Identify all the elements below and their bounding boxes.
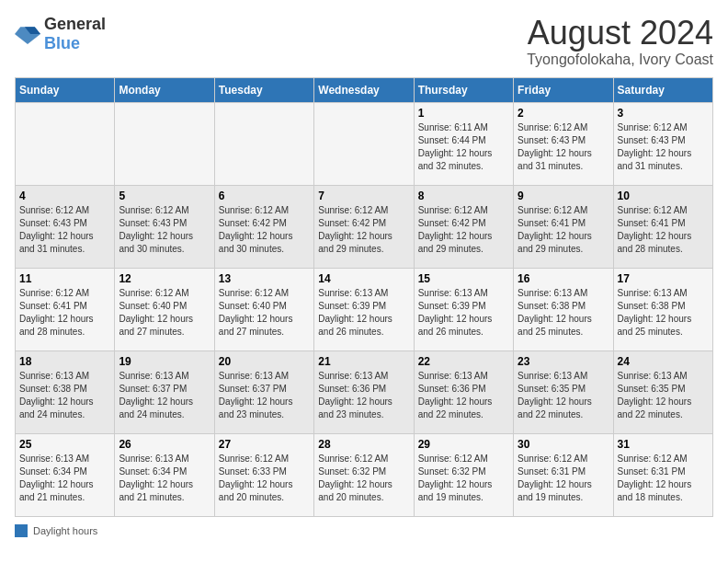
day-number: 12 xyxy=(119,272,210,285)
day-header-thursday: Thursday xyxy=(414,77,513,102)
calendar-cell: 11Sunrise: 6:12 AM Sunset: 6:41 PM Dayli… xyxy=(16,268,115,350)
calendar-cell: 22Sunrise: 6:13 AM Sunset: 6:36 PM Dayli… xyxy=(414,350,513,433)
day-number: 25 xyxy=(19,438,110,451)
day-header-saturday: Saturday xyxy=(613,77,712,102)
day-info: Sunrise: 6:13 AM Sunset: 6:34 PM Dayligh… xyxy=(19,453,110,504)
day-number: 20 xyxy=(219,355,310,368)
calendar-week-row: 1Sunrise: 6:11 AM Sunset: 6:44 PM Daylig… xyxy=(16,102,713,185)
calendar-cell: 25Sunrise: 6:13 AM Sunset: 6:34 PM Dayli… xyxy=(16,433,115,516)
calendar-cell: 13Sunrise: 6:12 AM Sunset: 6:40 PM Dayli… xyxy=(214,268,313,350)
day-number: 3 xyxy=(618,107,709,120)
day-info: Sunrise: 6:12 AM Sunset: 6:32 PM Dayligh… xyxy=(418,453,509,504)
day-number: 11 xyxy=(19,272,110,285)
day-info: Sunrise: 6:13 AM Sunset: 6:37 PM Dayligh… xyxy=(119,370,210,421)
day-number: 27 xyxy=(219,438,310,451)
calendar-cell: 5Sunrise: 6:12 AM Sunset: 6:43 PM Daylig… xyxy=(115,185,214,268)
day-info: Sunrise: 6:12 AM Sunset: 6:43 PM Dayligh… xyxy=(518,121,609,173)
logo-general: General xyxy=(44,15,106,33)
calendar-cell: 20Sunrise: 6:13 AM Sunset: 6:37 PM Dayli… xyxy=(214,350,313,433)
calendar-cell: 15Sunrise: 6:13 AM Sunset: 6:39 PM Dayli… xyxy=(414,268,513,350)
calendar-cell: 31Sunrise: 6:12 AM Sunset: 6:31 PM Dayli… xyxy=(613,433,712,516)
day-info: Sunrise: 6:13 AM Sunset: 6:39 PM Dayligh… xyxy=(318,287,409,339)
calendar-week-row: 11Sunrise: 6:12 AM Sunset: 6:41 PM Dayli… xyxy=(16,268,713,350)
calendar-week-row: 18Sunrise: 6:13 AM Sunset: 6:38 PM Dayli… xyxy=(16,350,713,433)
day-info: Sunrise: 6:13 AM Sunset: 6:39 PM Dayligh… xyxy=(418,287,509,339)
day-info: Sunrise: 6:13 AM Sunset: 6:36 PM Dayligh… xyxy=(418,370,509,421)
day-number: 22 xyxy=(418,355,509,368)
day-number: 18 xyxy=(19,355,110,368)
day-number: 29 xyxy=(418,438,509,451)
legend-text: Daylight hours xyxy=(33,525,97,536)
day-info: Sunrise: 6:12 AM Sunset: 6:41 PM Dayligh… xyxy=(618,204,709,256)
day-header-monday: Monday xyxy=(115,77,214,102)
day-header-friday: Friday xyxy=(514,77,613,102)
day-number: 9 xyxy=(518,190,609,202)
day-number: 2 xyxy=(518,107,609,120)
day-number: 24 xyxy=(618,355,709,368)
day-info: Sunrise: 6:12 AM Sunset: 6:40 PM Dayligh… xyxy=(119,287,210,339)
calendar-cell xyxy=(314,102,414,185)
day-number: 19 xyxy=(119,355,210,368)
day-number: 1 xyxy=(418,107,509,120)
day-info: Sunrise: 6:13 AM Sunset: 6:35 PM Dayligh… xyxy=(618,370,709,421)
calendar-cell: 10Sunrise: 6:12 AM Sunset: 6:41 PM Dayli… xyxy=(613,185,712,268)
day-number: 10 xyxy=(618,190,709,202)
calendar-cell: 6Sunrise: 6:12 AM Sunset: 6:42 PM Daylig… xyxy=(214,185,313,268)
calendar-cell: 26Sunrise: 6:13 AM Sunset: 6:34 PM Dayli… xyxy=(115,433,214,516)
logo-icon xyxy=(15,24,40,44)
day-number: 28 xyxy=(318,438,409,451)
logo-blue: Blue xyxy=(44,34,80,52)
calendar-cell: 18Sunrise: 6:13 AM Sunset: 6:38 PM Dayli… xyxy=(16,350,115,433)
day-info: Sunrise: 6:12 AM Sunset: 6:43 PM Dayligh… xyxy=(19,204,110,256)
calendar-cell xyxy=(16,102,115,185)
main-title: August 2024 xyxy=(527,15,713,52)
calendar-cell: 30Sunrise: 6:12 AM Sunset: 6:31 PM Dayli… xyxy=(514,433,613,516)
day-number: 31 xyxy=(618,438,709,451)
calendar-cell: 21Sunrise: 6:13 AM Sunset: 6:36 PM Dayli… xyxy=(314,350,414,433)
day-info: Sunrise: 6:13 AM Sunset: 6:34 PM Dayligh… xyxy=(119,453,210,504)
calendar-cell: 4Sunrise: 6:12 AM Sunset: 6:43 PM Daylig… xyxy=(16,185,115,268)
day-info: Sunrise: 6:12 AM Sunset: 6:43 PM Dayligh… xyxy=(119,204,210,256)
day-info: Sunrise: 6:12 AM Sunset: 6:42 PM Dayligh… xyxy=(418,204,509,256)
day-header-wednesday: Wednesday xyxy=(314,77,414,102)
day-info: Sunrise: 6:11 AM Sunset: 6:44 PM Dayligh… xyxy=(418,121,509,173)
calendar-cell: 17Sunrise: 6:13 AM Sunset: 6:38 PM Dayli… xyxy=(613,268,712,350)
day-number: 21 xyxy=(318,355,409,368)
calendar-body: 1Sunrise: 6:11 AM Sunset: 6:44 PM Daylig… xyxy=(16,102,713,516)
calendar-cell xyxy=(214,102,313,185)
calendar-cell: 1Sunrise: 6:11 AM Sunset: 6:44 PM Daylig… xyxy=(414,102,513,185)
day-number: 14 xyxy=(318,272,409,285)
subtitle: Tyongofolokaha, Ivory Coast xyxy=(527,52,713,68)
calendar-cell: 7Sunrise: 6:12 AM Sunset: 6:42 PM Daylig… xyxy=(314,185,414,268)
day-number: 16 xyxy=(518,272,609,285)
day-number: 7 xyxy=(318,190,409,202)
day-info: Sunrise: 6:12 AM Sunset: 6:31 PM Dayligh… xyxy=(618,453,709,504)
day-number: 5 xyxy=(119,190,210,202)
day-info: Sunrise: 6:12 AM Sunset: 6:41 PM Dayligh… xyxy=(518,204,609,256)
day-info: Sunrise: 6:12 AM Sunset: 6:43 PM Dayligh… xyxy=(618,121,709,173)
day-info: Sunrise: 6:12 AM Sunset: 6:42 PM Dayligh… xyxy=(318,204,409,256)
calendar-cell: 14Sunrise: 6:13 AM Sunset: 6:39 PM Dayli… xyxy=(314,268,414,350)
day-number: 6 xyxy=(219,190,310,202)
day-info: Sunrise: 6:12 AM Sunset: 6:40 PM Dayligh… xyxy=(219,287,310,339)
day-number: 13 xyxy=(219,272,310,285)
day-info: Sunrise: 6:12 AM Sunset: 6:33 PM Dayligh… xyxy=(219,453,310,504)
day-info: Sunrise: 6:12 AM Sunset: 6:31 PM Dayligh… xyxy=(518,453,609,504)
day-header-sunday: Sunday xyxy=(16,77,115,102)
calendar-cell: 23Sunrise: 6:13 AM Sunset: 6:35 PM Dayli… xyxy=(514,350,613,433)
day-info: Sunrise: 6:13 AM Sunset: 6:37 PM Dayligh… xyxy=(219,370,310,421)
calendar-cell: 12Sunrise: 6:12 AM Sunset: 6:40 PM Dayli… xyxy=(115,268,214,350)
header: General Blue August 2024 Tyongofolokaha,… xyxy=(15,15,713,68)
day-info: Sunrise: 6:12 AM Sunset: 6:42 PM Dayligh… xyxy=(219,204,310,256)
calendar-cell xyxy=(115,102,214,185)
day-info: Sunrise: 6:13 AM Sunset: 6:38 PM Dayligh… xyxy=(618,287,709,339)
calendar-cell: 8Sunrise: 6:12 AM Sunset: 6:42 PM Daylig… xyxy=(414,185,513,268)
calendar-week-row: 25Sunrise: 6:13 AM Sunset: 6:34 PM Dayli… xyxy=(16,433,713,516)
day-header-tuesday: Tuesday xyxy=(214,77,313,102)
calendar-cell: 9Sunrise: 6:12 AM Sunset: 6:41 PM Daylig… xyxy=(514,185,613,268)
day-number: 15 xyxy=(418,272,509,285)
calendar-cell: 3Sunrise: 6:12 AM Sunset: 6:43 PM Daylig… xyxy=(613,102,712,185)
day-number: 30 xyxy=(518,438,609,451)
calendar-table: SundayMondayTuesdayWednesdayThursdayFrid… xyxy=(15,77,713,517)
day-info: Sunrise: 6:13 AM Sunset: 6:36 PM Dayligh… xyxy=(318,370,409,421)
